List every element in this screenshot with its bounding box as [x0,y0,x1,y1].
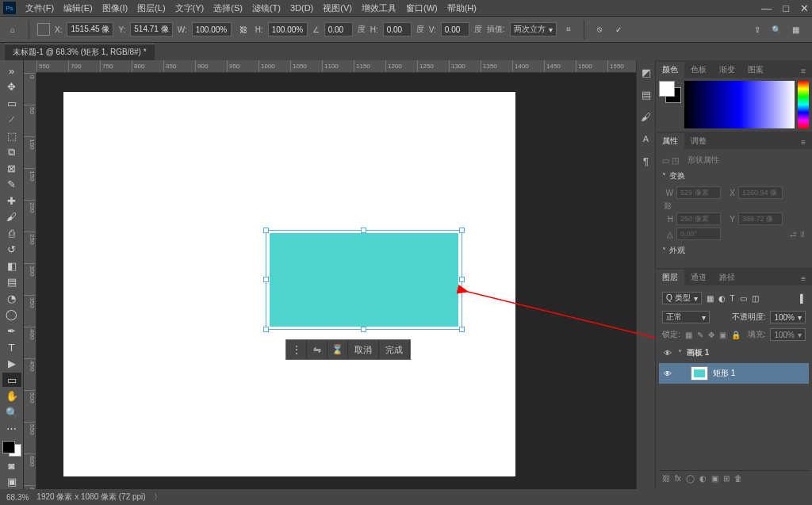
props-panel-menu-icon[interactable]: ≡ [795,136,812,149]
link-wh-icon[interactable]: ⛓ [236,22,251,36]
prop-y-field[interactable]: 389.72 像 [738,212,783,225]
color-field[interactable] [684,81,795,128]
blur-tool[interactable]: ◔ [2,291,21,306]
menu-3d[interactable]: 3D(D) [285,3,318,13]
frame-tool[interactable]: ⊠ [2,161,21,176]
crop-tool[interactable]: ⧉ [2,145,21,160]
lock-pixels-icon[interactable]: ✎ [697,331,703,339]
menu-view[interactable]: 视图(V) [318,2,357,14]
visibility-icon[interactable]: 👁 [662,369,673,378]
tab-paths[interactable]: 路径 [713,270,741,285]
tab-pattern[interactable]: 图案 [741,62,770,78]
layer-filter-combo[interactable]: Q 类型 ▾ [662,292,702,304]
color-swatches[interactable] [2,441,21,457]
link-layers-icon[interactable]: ⛓ [662,474,670,483]
eraser-tool[interactable]: ◧ [2,258,21,274]
cancel-button[interactable]: 取消 [348,340,379,359]
tab-adjustments[interactable]: 调整 [684,133,713,149]
handle-b[interactable] [361,327,366,332]
filter-smart-icon[interactable]: ◫ [752,294,759,303]
tab-channels[interactable]: 通道 [684,270,713,285]
edit-toolbar-icon[interactable]: ⋯ [2,421,21,436]
handle-r[interactable] [459,277,465,282]
flip-h-icon[interactable]: ⇋ [307,340,327,359]
filter-shape-icon[interactable]: ▭ [740,294,747,303]
cancel-transform-icon[interactable]: ⦸ [592,22,607,36]
prop-x-field[interactable]: 1260.94 像 [738,186,783,199]
reference-point-icon[interactable] [37,23,50,36]
h-field[interactable]: 100.00% [268,22,308,36]
color-picker-body[interactable] [656,78,812,132]
quick-select-tool[interactable]: ⬚ [2,128,21,143]
menu-select[interactable]: 选择(S) [209,2,247,14]
w-field[interactable]: 100.00% [192,22,232,36]
status-chevron-icon[interactable]: 〉 [154,492,162,503]
screen-mode-icon[interactable]: ▣ [2,475,21,490]
lock-position-icon[interactable]: ✥ [708,331,714,339]
filter-toggle-icon[interactable]: ▌ [800,294,806,303]
horizontal-ruler[interactable]: 5507007508008509009501000105011001150120… [36,60,636,73]
hand-tool[interactable]: ✋ [2,388,21,404]
workspace-icon[interactable]: ▦ [792,25,799,34]
window-minimize[interactable]: — [761,2,772,14]
chevron-down-icon[interactable]: ˅ [662,172,666,181]
clone-tool[interactable]: ⎙ [2,226,21,241]
trash-icon[interactable]: 🗑 [734,474,742,483]
home-icon[interactable]: ⌂ [5,21,21,37]
panel-icon-1[interactable]: ◩ [639,65,653,79]
menu-image[interactable]: 图像(I) [98,2,132,14]
window-close[interactable]: ✕ [800,2,809,14]
handle-tr[interactable] [459,228,465,233]
lasso-tool[interactable]: ⟋ [2,113,21,128]
rectangle-tool[interactable]: ▭ [2,373,21,388]
menu-layer[interactable]: 图层(L) [132,2,170,14]
type-tool[interactable]: T [2,340,21,355]
x-field[interactable]: 1515.45 像 [67,22,113,36]
commit-transform-icon[interactable]: ✓ [611,22,626,36]
history-brush-tool[interactable]: ↺ [2,243,21,258]
fg-bg-swatch[interactable] [659,81,681,103]
fx-icon[interactable]: fx [675,474,681,483]
commit-button[interactable]: 完成 [379,340,410,359]
double-arrow-icon[interactable]: » [2,63,21,78]
tab-layers[interactable]: 图层 [656,270,684,285]
dodge-tool[interactable]: ◯ [2,308,21,323]
tab-properties[interactable]: 属性 [656,133,684,149]
grip-icon[interactable]: ⋮ [286,340,307,359]
color-panel-menu-icon[interactable]: ≡ [795,64,812,78]
menu-help[interactable]: 帮助(H) [442,2,481,14]
group-icon[interactable]: ▣ [711,474,718,483]
menu-file[interactable]: 文件(F) [21,2,59,14]
tab-gradient[interactable]: 渐变 [713,62,741,78]
layer-artboard-row[interactable]: 👁 ˅ 画板 1 [659,342,809,363]
quick-mask-icon[interactable]: ◙ [2,458,21,473]
share-icon[interactable]: ⇪ [754,25,760,34]
flip-v-icon[interactable]: ⌛ [327,340,348,359]
gradient-tool[interactable]: ▤ [2,275,21,290]
handle-br[interactable] [459,327,465,332]
brush-tool[interactable]: 🖌 [2,210,21,225]
tab-color[interactable]: 颜色 [656,62,684,78]
y-field[interactable]: 514.71 像 [130,22,172,36]
doc-info[interactable]: 1920 像素 x 1080 像素 (72 ppi) [36,492,145,503]
zoom-value[interactable]: 68.3% [6,493,29,502]
filter-type-icon[interactable]: T [730,294,735,303]
chevron-down-icon[interactable]: ˅ [678,349,682,358]
handle-tl[interactable] [263,228,269,233]
prop-h-field[interactable]: 250 像素 [676,212,721,225]
filter-image-icon[interactable]: ▦ [707,294,714,303]
warp-icon[interactable]: ⌗ [561,22,576,36]
zoom-tool[interactable]: 🔍 [2,405,21,420]
skew-v-field[interactable]: 0.00 [441,22,469,36]
handle-l[interactable] [263,277,269,282]
panel-icon-2[interactable]: ▤ [639,87,653,101]
layers-panel-menu-icon[interactable]: ≡ [795,272,812,285]
menu-type[interactable]: 文字(Y) [170,2,209,14]
para-panel-icon[interactable]: ¶ [639,154,653,168]
path-select-tool[interactable]: ▶ [2,356,21,371]
canvas-viewport[interactable]: 5507007508008509009501000105011001150120… [24,60,636,489]
skew-h-field[interactable]: 0.00 [383,22,412,36]
menu-plugins[interactable]: 增效工具 [357,2,401,14]
handle-bl[interactable] [263,327,269,332]
lock-artboard-icon[interactable]: ▣ [719,331,726,339]
